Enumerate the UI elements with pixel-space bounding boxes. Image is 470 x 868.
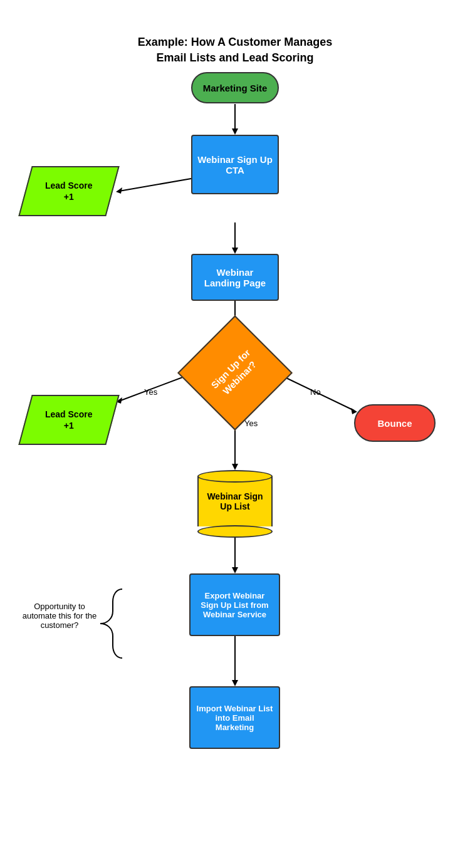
svg-marker-3 xyxy=(116,187,122,194)
svg-marker-17 xyxy=(232,680,238,686)
svg-marker-15 xyxy=(232,567,238,573)
svg-marker-13 xyxy=(232,464,238,470)
webinar-landing-page-node: Webinar Landing Page xyxy=(191,254,279,301)
lead-score-1-node: Lead Score +1 xyxy=(18,166,119,216)
import-webinar-node: Import Webinar List into Email Marketing xyxy=(189,686,280,749)
diagram-container: Example: How A Customer Manages Email Li… xyxy=(0,0,470,868)
no-label: No xyxy=(310,387,321,397)
brace-note: Opportunity to automate this for the cus… xyxy=(19,602,100,630)
svg-line-2 xyxy=(119,179,191,191)
webinar-signup-list-node: Webinar Sign Up List xyxy=(197,470,273,538)
svg-marker-1 xyxy=(232,128,238,135)
yes1-label: Yes xyxy=(144,387,157,397)
signup-decision-node: Sign Up for Webinar? xyxy=(194,332,276,414)
yes2-label: Yes xyxy=(244,419,258,428)
marketing-site-node: Marketing Site xyxy=(191,72,279,103)
export-webinar-node: Export Webinar Sign Up List from Webinar… xyxy=(189,573,280,636)
lead-score-2-node: Lead Score +1 xyxy=(18,395,119,445)
svg-marker-5 xyxy=(232,248,238,254)
bounce-node: Bounce xyxy=(354,404,436,442)
page-title: Example: How A Customer Manages Email Li… xyxy=(0,16,470,66)
webinar-signup-cta-node: Webinar Sign Up CTA xyxy=(191,135,279,194)
